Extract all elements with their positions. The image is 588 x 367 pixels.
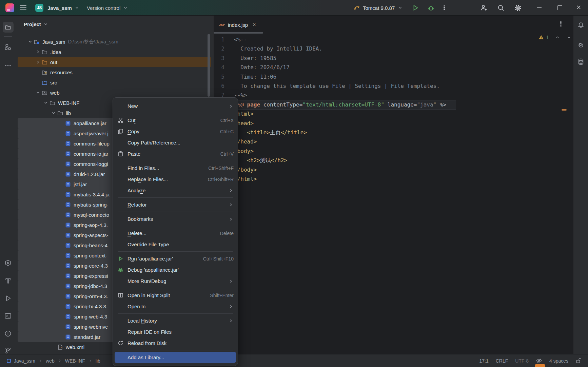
menu-item-find-in-files[interactable]: Find in Files...Ctrl+Shift+F [113,162,238,174]
editor-tab-index-jsp[interactable]: JSP index.jsp × [214,16,263,34]
breadcrumb-Java_ssm[interactable]: Java_ssm [14,358,35,364]
vcs-widget[interactable]: Version control [87,0,128,16]
toolwindow-spring-icon[interactable] [575,40,586,51]
next-problem-icon[interactable] [567,35,571,40]
breadcrumb-WEB-INF[interactable]: WEB-INF [65,358,85,364]
window-minimize-button[interactable] [537,7,542,8]
more-actions-icon[interactable] [444,4,445,11]
toolwindow-more-icon[interactable] [3,60,14,71]
debug-button[interactable] [427,4,435,12]
code-line: <%-- [234,35,446,44]
menu-item-run-aopalliance-jar[interactable]: Run 'aopalliance.jar'Ctrl+Shift+F10 [113,253,238,264]
toolwindow-terminal-icon[interactable] [3,310,14,321]
inspections-widget[interactable]: 1 [538,35,571,40]
toolwindow-problems-icon[interactable] [3,328,14,339]
chevron-right-icon[interactable] [34,59,42,65]
menu-item-refactor[interactable]: Refactor [113,199,238,210]
jar-icon [65,212,72,218]
tree-item-label: Java_ssm [42,39,65,45]
chevron-right-icon[interactable] [34,49,42,55]
menu-item-copy-path-reference[interactable]: Copy Path/Reference... [113,137,238,148]
tree-item-resources[interactable]: resources [18,67,211,77]
highlighting-off-icon[interactable] [536,358,542,364]
file-encoding[interactable]: UTF-8 [515,358,529,364]
jar-icon [65,161,72,167]
menu-item-reload-from-disk[interactable]: Reload from Disk [113,337,238,349]
menu-item-new[interactable]: New [113,100,238,112]
chevron-down-icon[interactable] [26,39,34,44]
breadcrumb-separator-icon [38,359,43,363]
menu-item-replace-in-files[interactable]: Replace in Files...Ctrl+Shift+R [113,174,238,185]
menu-item-open-in-right-split[interactable]: Open in Right SplitShift+Enter [113,290,238,301]
menu-item-shortcut: Shift+Enter [210,293,234,298]
menu-item-label: Find in Files... [128,165,159,171]
run-button[interactable] [412,4,419,12]
menu-item-local-history[interactable]: Local History [113,315,238,326]
menu-item-more-run-debug[interactable]: More Run/Debug [113,275,238,287]
caret-position[interactable]: 17:1 [479,358,488,364]
toolwindow-run-icon[interactable] [3,293,14,304]
jar-icon [65,263,72,269]
line-separator[interactable]: CRLF [496,358,508,364]
search-everywhere-button[interactable] [497,0,505,16]
tree-item-web[interactable]: web [18,88,211,98]
breadcrumb-web[interactable]: web [46,358,55,364]
menu-item-analyze[interactable]: Analyze [113,185,238,196]
chevron-down-icon[interactable] [50,110,57,116]
editor-area[interactable]: JSP index.jsp × 1 1234567891011121314151… [214,16,573,354]
submenu-arrow-icon [228,103,234,109]
project-widget[interactable]: Java_ssm [47,0,80,16]
code-with-me-button[interactable] [480,0,488,16]
tree-item-label: spring-web-4.3 [74,314,107,320]
menu-item-cut[interactable]: CutCtrl+X [113,115,238,126]
toolwindow-database-icon[interactable] [575,56,586,67]
tree-item-src[interactable]: src [18,77,211,88]
submenu-arrow-icon [228,216,234,222]
indent-style[interactable]: 4 spaces [549,358,568,364]
menu-item-label: Bookmarks [128,216,153,222]
toolwindow-notifications-icon[interactable] [575,20,586,31]
jar-icon [65,151,72,157]
split-icon [118,292,128,298]
editor-code[interactable]: <%-- Created by IntelliJ IDEA. User: 195… [234,35,446,184]
menu-item-bookmarks[interactable]: Bookmarks [113,213,238,225]
main-menu-icon[interactable] [20,5,26,12]
window-close-button[interactable] [576,4,582,10]
tab-close-icon[interactable]: × [253,22,256,28]
breadcrumb-lib[interactable]: lib [96,358,100,364]
code-line: --%> [234,91,446,100]
tree-item-out[interactable]: out [18,57,211,67]
window-maximize-button[interactable] [557,5,562,10]
menu-item-add-as-library[interactable]: Add as Library... [115,352,236,363]
chevron-down-icon[interactable] [34,90,42,95]
menu-item-open-in[interactable]: Open In [113,301,238,312]
run-configuration-widget[interactable]: Tomcat 9.0.87 [353,0,445,16]
menu-item-override-file-type[interactable]: Override File Type [113,239,238,250]
jar-icon [65,171,72,177]
toolwindow-build-icon[interactable] [3,275,14,286]
project-avatar[interactable]: JS [35,4,43,12]
folder-icon [57,110,64,116]
menu-item-paste[interactable]: PasteCtrl+V [113,148,238,159]
tree-item-Java_ssm[interactable]: Java_ssmD:\ssm整合\Java_ssm [18,37,211,47]
tree-item-label: commons-io.jar [74,151,109,157]
project-panel-header[interactable]: Project [24,20,48,28]
tree-item-.idea[interactable]: .idea [18,47,211,57]
right-toolwindow-bar [573,16,588,354]
menu-item-debug-aopalliance-jar[interactable]: Debug 'aopalliance.jar' [113,264,238,275]
unlock-icon[interactable] [575,358,581,364]
chevron-down-icon[interactable] [42,100,50,105]
toolwindow-services-icon[interactable] [3,257,14,268]
toolwindow-project-icon[interactable] [3,22,14,33]
tree-item-label: commons-fileup [74,141,110,147]
menu-item-repair-ide-on-files[interactable]: Repair IDE on Files [113,326,238,337]
editor-options-icon[interactable] [560,21,562,27]
run-icon [118,256,128,262]
toolwindow-structure-icon[interactable] [3,41,14,52]
prev-problem-icon[interactable] [555,35,560,40]
jar-icon [65,181,72,187]
menu-item-delete[interactable]: Delete...Delete [113,228,238,239]
project-scrollbar[interactable] [208,34,210,97]
menu-item-copy[interactable]: CopyCtrl+C [113,126,238,137]
jar-icon [65,314,72,320]
